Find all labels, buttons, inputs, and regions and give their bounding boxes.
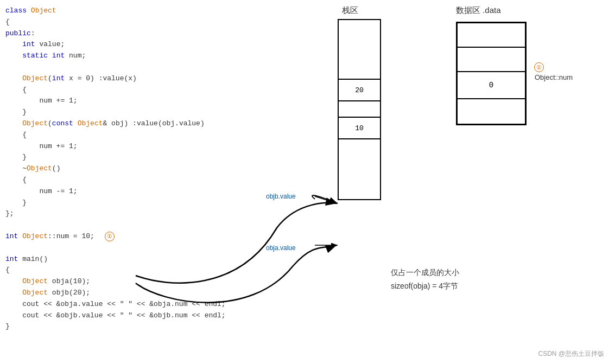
code-line-21: int Object::num = 10; ①: [5, 231, 277, 242]
info-line-2: sizeof(obja) = 4字节: [391, 279, 459, 293]
code-line-10: }: [5, 107, 277, 118]
data-cell-2: [458, 48, 525, 72]
arrow-label-objb: [315, 196, 338, 203]
label-obja-value: obja.value: [266, 244, 296, 252]
data-title: 数据区 .data: [456, 5, 501, 16]
code-line-12: {: [5, 130, 277, 141]
code-line-17: num -= 1;: [5, 186, 277, 197]
code-line-28: cout << &objb.value << " " << &objb.num …: [5, 310, 277, 322]
data-cell-4: [458, 99, 525, 124]
stack-cell-top-empty: [339, 20, 380, 80]
arrow-objb: [312, 195, 338, 203]
data-label-num: ①: [532, 62, 544, 72]
code-line-19: };: [5, 208, 277, 220]
code-line-4: int value;: [5, 39, 277, 50]
info-text: 仅占一个成员的大小 sizeof(obja) = 4字节: [391, 266, 459, 293]
code-section: class Object { public: int value; static…: [5, 5, 277, 333]
code-line-11: Object(const Object& obj) :value(obj.val…: [5, 118, 277, 130]
code-line-26: Object objb(20);: [5, 288, 277, 299]
watermark: CSDN @悲伤土豆拌饭: [538, 349, 604, 359]
code-line-5: static int num;: [5, 50, 277, 62]
stack-cell-mid-empty: [339, 101, 380, 118]
data-cell-num: 0: [458, 72, 525, 99]
code-line-23: int main(): [5, 254, 277, 265]
code-line-3: public:: [5, 28, 277, 40]
info-line-1: 仅占一个成员的大小: [391, 266, 459, 279]
code-line-25: Object obja(10);: [5, 276, 277, 288]
data-cell-1: [458, 23, 525, 48]
code-line-14: }: [5, 152, 277, 163]
stack-cell-objb: 20: [339, 80, 380, 101]
code-line-20: [5, 220, 277, 231]
code-line-7: Object(int x = 0) :value(x): [5, 73, 277, 85]
code-line-2: {: [5, 17, 277, 28]
code-line-6: [5, 62, 277, 73]
code-line-22: [5, 242, 277, 254]
annotation-circle-1: ①: [534, 62, 544, 72]
label-objb-value: objb.value: [266, 193, 296, 200]
data-diagram: 0: [456, 22, 527, 125]
data-label-objectnum: Object::num: [535, 73, 573, 81]
code-line-8: {: [5, 85, 277, 96]
code-line-13: num += 1;: [5, 141, 277, 152]
code-line-1: class Object: [5, 5, 277, 17]
code-line-18: }: [5, 197, 277, 209]
stack-diagram: 20 10: [338, 19, 381, 200]
code-line-27: cout << &obja.value << " " << &obja.num …: [5, 299, 277, 310]
code-line-29: }: [5, 321, 277, 333]
code-line-16: {: [5, 175, 277, 186]
stack-cell-obja: 10: [339, 118, 380, 139]
stack-cell-bottom-empty: [339, 139, 380, 199]
code-line-24: {: [5, 265, 277, 276]
code-line-9: num += 1;: [5, 95, 277, 107]
stack-title: 栈区: [342, 5, 358, 16]
code-line-15: ~Object(): [5, 163, 277, 175]
